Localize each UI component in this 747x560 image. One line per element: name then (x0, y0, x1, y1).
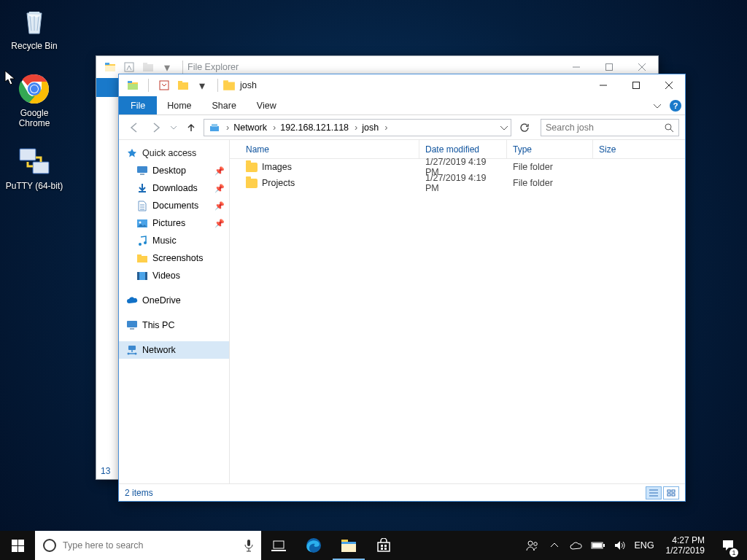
maximize-button[interactable] (619, 75, 652, 96)
search-box[interactable] (541, 119, 679, 136)
qat-explorer-icon[interactable] (102, 59, 118, 75)
status-bar: 2 items (119, 483, 685, 501)
tray-language[interactable]: ENG (635, 540, 654, 551)
network-icon (126, 344, 138, 356)
breadcrumb-seg[interactable]: 192.168.121.118 (277, 120, 353, 136)
svg-rect-37 (130, 328, 134, 330)
sidebar-item[interactable]: Documents📌 (119, 197, 229, 214)
qat-properties-icon[interactable] (121, 59, 137, 75)
file-explorer-window[interactable]: ▾ josh File Home Share View ? (118, 74, 686, 502)
sidebar-item[interactable]: Desktop📌 (119, 162, 229, 179)
chevron-right-icon[interactable]: › (353, 122, 359, 133)
qat-explorer-icon[interactable] (125, 77, 141, 93)
breadcrumb-seg[interactable]: josh (359, 120, 383, 136)
desktop-icon-recycle-bin[interactable]: Recycle Bin (4, 4, 64, 51)
nav-forward-button[interactable] (147, 118, 166, 137)
col-name[interactable]: Name (240, 140, 419, 158)
microphone-icon[interactable] (244, 539, 254, 552)
svg-point-40 (135, 353, 137, 355)
taskbar-search[interactable] (35, 531, 261, 560)
sidebar-this-pc[interactable]: This PC (119, 316, 229, 334)
tray-volume-icon[interactable] (613, 540, 627, 551)
taskbar[interactable]: ENG 4:27 PM 1/27/2019 1 (0, 531, 747, 560)
window-title: josh (240, 80, 257, 90)
nav-recent-dropdown[interactable] (169, 118, 179, 137)
refresh-button[interactable] (516, 119, 533, 136)
sidebar-item-label: Screenshots (152, 253, 203, 263)
system-tray[interactable]: ENG 4:27 PM 1/27/2019 (521, 531, 713, 560)
titlebar[interactable]: ▾ josh (119, 74, 685, 96)
taskbar-search-input[interactable] (63, 540, 238, 551)
chevron-right-icon[interactable]: › (271, 122, 277, 133)
ribbon-tab-view[interactable]: View (247, 96, 287, 114)
view-details-button[interactable] (646, 486, 662, 499)
sidebar-item[interactable]: Music (119, 232, 229, 249)
sidebar-quick-access[interactable]: Quick access (119, 144, 229, 162)
sidebar-item[interactable]: Screenshots (119, 249, 229, 267)
ribbon-tab-home[interactable]: Home (157, 96, 201, 114)
tray-clock[interactable]: 4:27 PM 1/27/2019 (662, 535, 709, 556)
taskbar-app-store[interactable] (366, 531, 401, 560)
taskbar-app-edge[interactable] (296, 531, 331, 560)
svg-rect-42 (672, 490, 675, 492)
qat-newfolder-icon[interactable] (140, 59, 156, 75)
col-size[interactable]: Size (593, 140, 644, 158)
sidebar-onedrive[interactable]: OneDrive (119, 292, 229, 309)
show-desktop-button[interactable] (743, 531, 747, 560)
search-icon[interactable] (664, 122, 674, 133)
minimize-button[interactable] (587, 75, 619, 96)
sidebar-item[interactable]: Pictures📌 (119, 214, 229, 232)
sidebar-label: OneDrive (142, 295, 181, 306)
table-row[interactable]: Projects1/27/2019 4:19 PMFile folder (230, 175, 685, 191)
svg-rect-56 (341, 544, 356, 552)
desktop-icon-putty[interactable]: PuTTY (64-bit) (4, 144, 64, 191)
onedrive-icon (126, 295, 138, 306)
ribbon-file-tab[interactable]: File (119, 96, 157, 114)
view-large-icons-button[interactable] (663, 486, 679, 499)
svg-point-28 (139, 221, 142, 223)
close-button[interactable] (652, 75, 685, 96)
tray-battery-icon[interactable] (591, 541, 605, 550)
breadcrumb-root-icon[interactable] (206, 120, 225, 136)
desktop-icon-label: Google Chrome (4, 108, 64, 128)
breadcrumb-seg[interactable]: Network (231, 120, 271, 136)
address-bar[interactable]: › Network › 192.168.121.118 › josh › (204, 119, 511, 136)
svg-point-29 (139, 243, 142, 246)
svg-rect-61 (381, 548, 383, 550)
qat-customize-icon[interactable]: ▾ (194, 77, 210, 93)
tray-onedrive-icon[interactable] (569, 541, 584, 550)
svg-rect-51 (274, 541, 284, 548)
chevron-right-icon[interactable]: › (383, 122, 389, 133)
sidebar-label: Network (142, 345, 176, 355)
col-type[interactable]: Type (507, 140, 593, 158)
tray-people-icon[interactable] (525, 539, 540, 552)
nav-back-button[interactable] (125, 118, 144, 137)
col-date[interactable]: Date modified (419, 140, 507, 158)
chevron-right-icon[interactable]: › (225, 122, 231, 133)
address-dropdown-icon[interactable] (500, 124, 508, 131)
qat-properties-icon[interactable] (156, 77, 172, 93)
desktop[interactable]: Recycle Bin Google Chrome PuTTY (64-bit)… (0, 0, 747, 560)
svg-rect-34 (137, 272, 139, 280)
task-view-button[interactable] (261, 531, 296, 560)
svg-rect-21 (632, 82, 639, 89)
tray-overflow-icon[interactable] (547, 542, 562, 549)
nav-up-button[interactable] (182, 118, 201, 137)
qat-customize-icon[interactable]: ▾ (159, 59, 175, 75)
action-center-button[interactable]: 1 (713, 531, 743, 560)
file-rows[interactable]: Images1/27/2019 4:19 PMFile folderProjec… (230, 159, 685, 483)
help-button[interactable]: ? (666, 96, 685, 114)
sidebar-item[interactable]: Downloads📌 (119, 179, 229, 197)
file-list: Name Date modified Type Size Images1/27/… (230, 140, 685, 483)
qat-newfolder-icon[interactable] (175, 77, 191, 93)
ribbon-tab-share[interactable]: Share (202, 96, 247, 114)
sidebar-item[interactable]: Videos (119, 267, 229, 284)
download-icon (136, 182, 148, 194)
taskbar-app-explorer[interactable] (331, 531, 366, 560)
sidebar-network[interactable]: Network (119, 341, 229, 359)
svg-rect-23 (212, 124, 217, 127)
ribbon-expand-icon[interactable] (649, 96, 666, 114)
file-name: Images (262, 162, 292, 172)
search-input[interactable] (546, 122, 664, 133)
start-button[interactable] (0, 531, 35, 560)
